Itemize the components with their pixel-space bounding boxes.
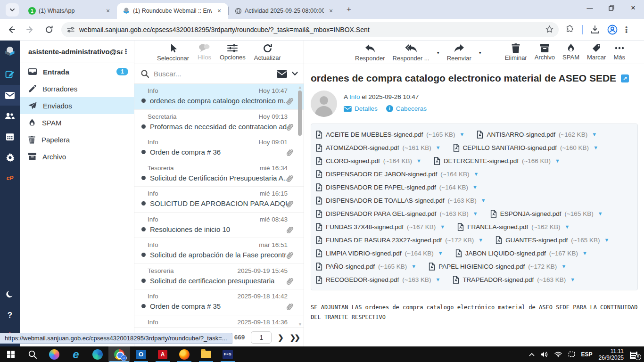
attachment-item[interactable]: LIMPIA VIDRIO-signed.pdf (~164 KB) ▼ bbox=[316, 247, 443, 260]
help-button[interactable]: ? bbox=[0, 305, 20, 326]
tab-actividad[interactable]: Actividad 2025-09-25 08:00:00 × bbox=[229, 3, 340, 19]
message-row[interactable]: Info Hoy 10:47 ordenes de compra catalog… bbox=[134, 84, 304, 110]
select-button[interactable]: Seleccionar bbox=[157, 43, 189, 62]
message-row[interactable]: Info Hoy 09:01 Orden de compra # 36 bbox=[134, 135, 304, 161]
more-button[interactable]: Más bbox=[613, 43, 625, 61]
taskbar-chrome[interactable]: ☺ bbox=[108, 346, 130, 362]
forward-button[interactable]: Reenviar bbox=[447, 43, 471, 62]
close-icon[interactable]: × bbox=[327, 7, 335, 15]
attachment-menu-icon[interactable]: ▼ bbox=[436, 145, 441, 150]
cpanel-nav-button[interactable]: cP bbox=[0, 168, 20, 189]
restore-button[interactable] bbox=[601, 0, 622, 16]
taskbar-file-explorer[interactable] bbox=[195, 346, 217, 362]
message-row[interactable]: Tesoreria 2025-09-19 15:45 Solicitud de … bbox=[134, 264, 304, 290]
unread-dot-icon[interactable] bbox=[141, 253, 146, 257]
attachment-menu-icon[interactable]: ▼ bbox=[555, 158, 560, 164]
scroll-up-icon[interactable]: ▲ bbox=[298, 85, 302, 90]
message-row[interactable]: Info mar 16:51 Solicitud de aprobación d… bbox=[134, 238, 304, 264]
attachment-item[interactable]: RECOGEDOR-signed.pdf (~163 KB) ▼ bbox=[316, 273, 440, 286]
attachment-menu-icon[interactable]: ▼ bbox=[592, 132, 597, 137]
options-button[interactable]: Opciones bbox=[220, 43, 246, 61]
attachment-item[interactable]: ACEITE DE MUEBLES-signed.pdf (~165 KB) ▼ bbox=[316, 128, 464, 141]
attachment-menu-icon[interactable]: ▼ bbox=[598, 211, 603, 216]
mark-button[interactable]: Marcar bbox=[587, 43, 606, 61]
attachment-name[interactable]: DETERGENTE-signed.pdf bbox=[444, 157, 519, 165]
attachment-name[interactable]: DISPENSADOR DE TOALLAS-signed.pdf bbox=[326, 197, 445, 204]
list-scrollbar[interactable]: ▲ ▼ bbox=[297, 84, 303, 328]
attachment-item[interactable]: ATOMIZADOR-signed.pdf (~161 KB) ▼ bbox=[316, 141, 441, 154]
attachment-menu-icon[interactable]: ▼ bbox=[564, 224, 570, 230]
attachment-menu-icon[interactable]: ▼ bbox=[411, 263, 416, 269]
attachment-item[interactable]: CLORO-signed.pdf (~164 KB) ▼ bbox=[316, 154, 421, 167]
delete-button[interactable]: Eliminar bbox=[505, 43, 527, 61]
attachment-name[interactable]: PAPEL HIGIENICO-signed.pdf bbox=[438, 263, 525, 270]
close-icon[interactable]: × bbox=[215, 7, 223, 15]
folder-borradores[interactable]: Borradores bbox=[20, 80, 134, 97]
attachment-menu-icon[interactable]: ▼ bbox=[481, 197, 486, 203]
attachment-menu-icon[interactable]: ▼ bbox=[582, 250, 587, 256]
back-button[interactable] bbox=[4, 22, 19, 37]
attachment-item[interactable]: FUNDAS DE BASURA 23X27-signed.pdf (~172 … bbox=[316, 233, 483, 247]
attachment-menu-icon[interactable]: ▼ bbox=[474, 171, 479, 177]
start-button[interactable] bbox=[0, 346, 22, 362]
attachment-item[interactable]: ANTISARRO-signed.pdf (~162 KB) ▼ bbox=[477, 128, 597, 141]
attachment-menu-icon[interactable]: ▼ bbox=[472, 184, 478, 190]
attachment-name[interactable]: ATOMIZADOR-signed.pdf bbox=[326, 144, 399, 151]
unread-dot-icon[interactable] bbox=[141, 279, 146, 283]
calendar-nav-button[interactable] bbox=[0, 126, 20, 147]
address-bar[interactable]: webmail.sanjuan.gob.ec/cpsess4320018295/… bbox=[61, 22, 559, 37]
attachment-menu-icon[interactable]: ▼ bbox=[435, 277, 440, 282]
spam-button[interactable]: SPAM bbox=[562, 43, 579, 61]
taskbar-edge[interactable] bbox=[87, 346, 108, 362]
taskbar-firefox[interactable] bbox=[173, 346, 195, 362]
browser-menu-icon[interactable]: ••• bbox=[625, 26, 627, 33]
mail-nav-button[interactable] bbox=[0, 85, 20, 106]
unread-dot-icon[interactable] bbox=[141, 227, 146, 231]
folder-entrada[interactable]: Entrada 1 bbox=[20, 63, 134, 80]
profile-avatar-icon[interactable] bbox=[607, 25, 618, 35]
bookmark-star-icon[interactable] bbox=[545, 25, 554, 34]
attachment-item[interactable]: GUANTES-signed.pdf (~165 KB) ▼ bbox=[495, 233, 609, 247]
message-row[interactable]: Info mié 16:15 SOLICITUD DE APROBACION P… bbox=[134, 187, 304, 213]
headers-toggle[interactable]: i Cabeceras bbox=[386, 105, 427, 112]
search-scope-mail-icon[interactable] bbox=[277, 70, 287, 78]
next-page-button[interactable]: ❯ bbox=[278, 333, 284, 342]
forward-button[interactable] bbox=[23, 22, 38, 37]
volume-icon[interactable] bbox=[541, 351, 548, 358]
folder-archivo[interactable]: Archivo bbox=[20, 148, 134, 165]
attachment-name[interactable]: DISPENSADOR DE JABON-signed.pdf bbox=[326, 171, 437, 178]
attachment-name[interactable]: DISPENSADOR DE PAPEL-signed.pdf bbox=[326, 184, 436, 191]
attachment-name[interactable]: RECOGEDOR-signed.pdf bbox=[326, 276, 399, 283]
cast-device-icon[interactable] bbox=[568, 351, 575, 357]
page-input[interactable]: 1 bbox=[251, 331, 272, 344]
tab-search-button[interactable] bbox=[6, 3, 19, 16]
last-page-button[interactable]: ❯❯ bbox=[290, 333, 299, 342]
contacts-nav-button[interactable] bbox=[0, 106, 20, 126]
attachment-menu-icon[interactable]: ▼ bbox=[440, 224, 445, 230]
attachment-menu-icon[interactable]: ▼ bbox=[460, 132, 465, 137]
attachment-item[interactable]: DISPENSADOR DE JABON-signed.pdf (~164 KB… bbox=[316, 167, 479, 181]
attachment-menu-icon[interactable]: ▼ bbox=[570, 277, 575, 282]
attachment-item[interactable]: FUNDAS 37X48-signed.pdf (~167 KB) ▼ bbox=[316, 220, 445, 233]
attachment-menu-icon[interactable]: ▼ bbox=[416, 158, 421, 164]
search-input[interactable] bbox=[154, 70, 272, 78]
recipient-link[interactable]: Info bbox=[349, 93, 360, 100]
tray-expand-icon[interactable] bbox=[529, 353, 535, 356]
notifications-button[interactable]: 5 bbox=[630, 350, 639, 359]
new-tab-button[interactable]: + bbox=[343, 3, 355, 16]
archive-button[interactable]: Archivo bbox=[535, 43, 555, 61]
scroll-down-icon[interactable]: ▼ bbox=[298, 322, 302, 327]
attachment-item[interactable]: CEPILLO SANITARIO-signed.pdf (~160 KB) ▼ bbox=[453, 141, 598, 154]
reply-all-button[interactable]: Responder ... bbox=[393, 43, 429, 62]
compose-button[interactable] bbox=[0, 64, 20, 85]
taskbar-fes-app[interactable]: F≡S bbox=[217, 346, 239, 362]
attachment-item[interactable]: PAÑO-signed.pdf (~165 KB) ▼ bbox=[316, 260, 416, 273]
minimize-button[interactable]: — bbox=[579, 0, 601, 16]
taskbar-search-button[interactable] bbox=[22, 346, 43, 362]
search-options-chevron-icon[interactable] bbox=[292, 72, 298, 76]
message-row[interactable]: Info 2025-09-18 14:42 Orden de compra # … bbox=[134, 289, 304, 315]
attachment-menu-icon[interactable]: ▼ bbox=[478, 237, 483, 243]
unread-dot-icon[interactable] bbox=[141, 176, 146, 180]
attachment-name[interactable]: PAÑO-signed.pdf bbox=[326, 263, 375, 270]
attachment-name[interactable]: FUNDAS 37X48-signed.pdf bbox=[326, 223, 404, 230]
